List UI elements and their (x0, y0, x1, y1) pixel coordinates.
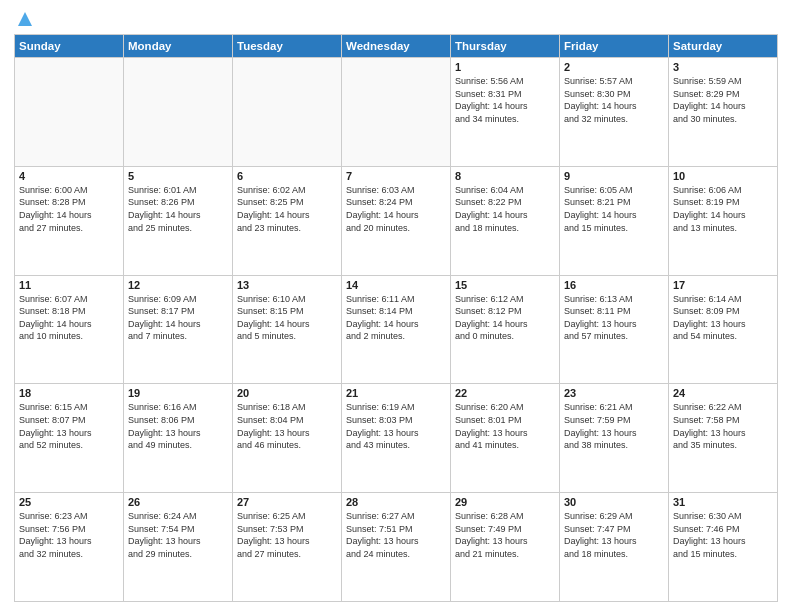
week-row-3: 11Sunrise: 6:07 AMSunset: 8:18 PMDayligh… (15, 275, 778, 384)
calendar-cell: 22Sunrise: 6:20 AMSunset: 8:01 PMDayligh… (451, 384, 560, 493)
day-info: Sunrise: 6:07 AMSunset: 8:18 PMDaylight:… (19, 293, 119, 343)
calendar-cell: 5Sunrise: 6:01 AMSunset: 8:26 PMDaylight… (124, 166, 233, 275)
day-info: Sunrise: 5:57 AMSunset: 8:30 PMDaylight:… (564, 75, 664, 125)
day-info: Sunrise: 6:20 AMSunset: 8:01 PMDaylight:… (455, 401, 555, 451)
calendar-cell: 10Sunrise: 6:06 AMSunset: 8:19 PMDayligh… (669, 166, 778, 275)
calendar-cell: 4Sunrise: 6:00 AMSunset: 8:28 PMDaylight… (15, 166, 124, 275)
svg-marker-0 (18, 12, 32, 26)
calendar-cell: 12Sunrise: 6:09 AMSunset: 8:17 PMDayligh… (124, 275, 233, 384)
calendar-cell: 21Sunrise: 6:19 AMSunset: 8:03 PMDayligh… (342, 384, 451, 493)
calendar-cell: 28Sunrise: 6:27 AMSunset: 7:51 PMDayligh… (342, 493, 451, 602)
day-header-wednesday: Wednesday (342, 35, 451, 58)
day-info: Sunrise: 6:29 AMSunset: 7:47 PMDaylight:… (564, 510, 664, 560)
day-number: 5 (128, 170, 228, 182)
calendar-cell: 20Sunrise: 6:18 AMSunset: 8:04 PMDayligh… (233, 384, 342, 493)
day-info: Sunrise: 6:16 AMSunset: 8:06 PMDaylight:… (128, 401, 228, 451)
day-number: 21 (346, 387, 446, 399)
logo-icon (16, 10, 34, 28)
calendar-cell: 17Sunrise: 6:14 AMSunset: 8:09 PMDayligh… (669, 275, 778, 384)
day-number: 1 (455, 61, 555, 73)
calendar-table: SundayMondayTuesdayWednesdayThursdayFrid… (14, 34, 778, 602)
day-info: Sunrise: 6:10 AMSunset: 8:15 PMDaylight:… (237, 293, 337, 343)
calendar-cell: 15Sunrise: 6:12 AMSunset: 8:12 PMDayligh… (451, 275, 560, 384)
day-info: Sunrise: 6:04 AMSunset: 8:22 PMDaylight:… (455, 184, 555, 234)
day-info: Sunrise: 6:18 AMSunset: 8:04 PMDaylight:… (237, 401, 337, 451)
day-number: 20 (237, 387, 337, 399)
day-number: 14 (346, 279, 446, 291)
day-number: 11 (19, 279, 119, 291)
week-row-2: 4Sunrise: 6:00 AMSunset: 8:28 PMDaylight… (15, 166, 778, 275)
day-info: Sunrise: 6:15 AMSunset: 8:07 PMDaylight:… (19, 401, 119, 451)
calendar-cell: 23Sunrise: 6:21 AMSunset: 7:59 PMDayligh… (560, 384, 669, 493)
calendar-cell: 18Sunrise: 6:15 AMSunset: 8:07 PMDayligh… (15, 384, 124, 493)
calendar-cell: 13Sunrise: 6:10 AMSunset: 8:15 PMDayligh… (233, 275, 342, 384)
day-info: Sunrise: 6:28 AMSunset: 7:49 PMDaylight:… (455, 510, 555, 560)
day-header-saturday: Saturday (669, 35, 778, 58)
day-number: 2 (564, 61, 664, 73)
header (14, 10, 778, 28)
calendar-cell: 16Sunrise: 6:13 AMSunset: 8:11 PMDayligh… (560, 275, 669, 384)
week-row-5: 25Sunrise: 6:23 AMSunset: 7:56 PMDayligh… (15, 493, 778, 602)
calendar-cell: 8Sunrise: 6:04 AMSunset: 8:22 PMDaylight… (451, 166, 560, 275)
calendar-cell: 19Sunrise: 6:16 AMSunset: 8:06 PMDayligh… (124, 384, 233, 493)
day-info: Sunrise: 6:12 AMSunset: 8:12 PMDaylight:… (455, 293, 555, 343)
day-number: 15 (455, 279, 555, 291)
day-header-sunday: Sunday (15, 35, 124, 58)
day-header-friday: Friday (560, 35, 669, 58)
day-info: Sunrise: 6:05 AMSunset: 8:21 PMDaylight:… (564, 184, 664, 234)
day-info: Sunrise: 6:19 AMSunset: 8:03 PMDaylight:… (346, 401, 446, 451)
day-number: 18 (19, 387, 119, 399)
day-info: Sunrise: 6:00 AMSunset: 8:28 PMDaylight:… (19, 184, 119, 234)
calendar-cell: 27Sunrise: 6:25 AMSunset: 7:53 PMDayligh… (233, 493, 342, 602)
day-number: 16 (564, 279, 664, 291)
day-info: Sunrise: 6:27 AMSunset: 7:51 PMDaylight:… (346, 510, 446, 560)
day-number: 12 (128, 279, 228, 291)
day-info: Sunrise: 5:56 AMSunset: 8:31 PMDaylight:… (455, 75, 555, 125)
day-info: Sunrise: 6:03 AMSunset: 8:24 PMDaylight:… (346, 184, 446, 234)
page: SundayMondayTuesdayWednesdayThursdayFrid… (0, 0, 792, 612)
calendar: SundayMondayTuesdayWednesdayThursdayFrid… (14, 34, 778, 602)
day-number: 29 (455, 496, 555, 508)
calendar-cell: 1Sunrise: 5:56 AMSunset: 8:31 PMDaylight… (451, 58, 560, 167)
calendar-cell: 31Sunrise: 6:30 AMSunset: 7:46 PMDayligh… (669, 493, 778, 602)
calendar-cell: 2Sunrise: 5:57 AMSunset: 8:30 PMDaylight… (560, 58, 669, 167)
calendar-cell: 25Sunrise: 6:23 AMSunset: 7:56 PMDayligh… (15, 493, 124, 602)
day-info: Sunrise: 6:02 AMSunset: 8:25 PMDaylight:… (237, 184, 337, 234)
calendar-cell: 6Sunrise: 6:02 AMSunset: 8:25 PMDaylight… (233, 166, 342, 275)
day-info: Sunrise: 5:59 AMSunset: 8:29 PMDaylight:… (673, 75, 773, 125)
day-info: Sunrise: 6:30 AMSunset: 7:46 PMDaylight:… (673, 510, 773, 560)
week-row-4: 18Sunrise: 6:15 AMSunset: 8:07 PMDayligh… (15, 384, 778, 493)
day-number: 28 (346, 496, 446, 508)
day-info: Sunrise: 6:22 AMSunset: 7:58 PMDaylight:… (673, 401, 773, 451)
day-number: 4 (19, 170, 119, 182)
week-row-1: 1Sunrise: 5:56 AMSunset: 8:31 PMDaylight… (15, 58, 778, 167)
day-number: 3 (673, 61, 773, 73)
day-number: 25 (19, 496, 119, 508)
calendar-cell: 11Sunrise: 6:07 AMSunset: 8:18 PMDayligh… (15, 275, 124, 384)
header-row: SundayMondayTuesdayWednesdayThursdayFrid… (15, 35, 778, 58)
calendar-cell: 3Sunrise: 5:59 AMSunset: 8:29 PMDaylight… (669, 58, 778, 167)
calendar-cell: 30Sunrise: 6:29 AMSunset: 7:47 PMDayligh… (560, 493, 669, 602)
day-number: 6 (237, 170, 337, 182)
day-number: 27 (237, 496, 337, 508)
logo (14, 10, 34, 28)
day-info: Sunrise: 6:24 AMSunset: 7:54 PMDaylight:… (128, 510, 228, 560)
calendar-cell: 14Sunrise: 6:11 AMSunset: 8:14 PMDayligh… (342, 275, 451, 384)
calendar-cell (124, 58, 233, 167)
calendar-cell: 9Sunrise: 6:05 AMSunset: 8:21 PMDaylight… (560, 166, 669, 275)
day-number: 9 (564, 170, 664, 182)
calendar-cell: 24Sunrise: 6:22 AMSunset: 7:58 PMDayligh… (669, 384, 778, 493)
day-number: 17 (673, 279, 773, 291)
day-number: 8 (455, 170, 555, 182)
day-number: 19 (128, 387, 228, 399)
day-number: 30 (564, 496, 664, 508)
day-header-thursday: Thursday (451, 35, 560, 58)
day-info: Sunrise: 6:06 AMSunset: 8:19 PMDaylight:… (673, 184, 773, 234)
calendar-cell: 29Sunrise: 6:28 AMSunset: 7:49 PMDayligh… (451, 493, 560, 602)
day-number: 26 (128, 496, 228, 508)
calendar-cell (15, 58, 124, 167)
day-info: Sunrise: 6:25 AMSunset: 7:53 PMDaylight:… (237, 510, 337, 560)
calendar-cell: 7Sunrise: 6:03 AMSunset: 8:24 PMDaylight… (342, 166, 451, 275)
calendar-cell (342, 58, 451, 167)
calendar-cell: 26Sunrise: 6:24 AMSunset: 7:54 PMDayligh… (124, 493, 233, 602)
